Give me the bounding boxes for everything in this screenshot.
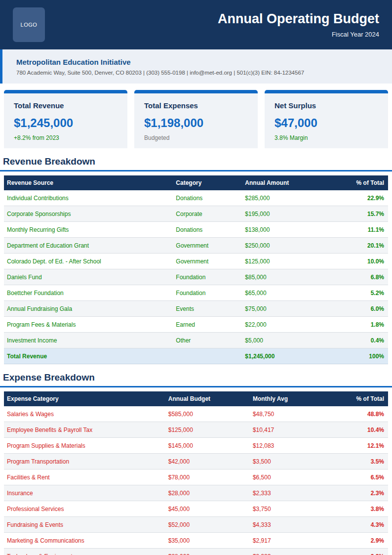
column-header: Expense Category: [4, 391, 165, 406]
table-cell: $28,000: [165, 549, 250, 555]
table-cell: $10,417: [250, 422, 334, 438]
table-cell: Program Fees & Materials: [4, 317, 173, 333]
table-cell: Salaries & Wages: [4, 406, 165, 422]
table-cell: Facilities & Rent: [4, 470, 165, 485]
logo-text: LOGO: [21, 22, 38, 28]
column-header: % of Total: [330, 175, 388, 190]
table-cell: Monthly Recurring Gifts: [4, 222, 173, 238]
table-cell: $195,000: [242, 206, 330, 222]
table-cell: $3,500: [250, 454, 334, 470]
table-cell: Colorado Dept. of Ed. - After School: [4, 254, 173, 269]
table-cell: 2.9%: [334, 533, 388, 549]
page-title: Annual Operating Budget: [218, 11, 379, 27]
table-cell: $12,083: [250, 438, 334, 454]
table-row: Program Supplies & Materials$145,000$12,…: [4, 438, 388, 454]
table-row: Department of Education GrantGovernment$…: [4, 238, 388, 254]
table-row: Insurance$28,000$2,3332.3%: [4, 485, 388, 501]
table-row: Program Fees & MaterialsEarned$22,0001.8…: [4, 317, 388, 333]
table-row: Facilities & Rent$78,000$6,5006.5%: [4, 470, 388, 485]
summary-cards: Total Revenue $1,245,000 +8.2% from 2023…: [0, 84, 392, 148]
table-cell: $3,750: [250, 501, 334, 517]
budget-document-page: LOGO Annual Operating Budget Fiscal Year…: [0, 0, 392, 555]
table-cell: 2.3%: [334, 549, 388, 555]
table-cell: Corporate: [173, 206, 242, 222]
table-cell: 100%: [330, 348, 388, 364]
table-cell: 6.0%: [330, 301, 388, 317]
table-cell: $138,000: [242, 222, 330, 238]
table-cell: 0.4%: [330, 333, 388, 348]
table-cell: 2.3%: [334, 485, 388, 501]
expense-table: Expense CategoryAnnual BudgetMonthly Avg…: [4, 391, 388, 555]
card-amount: $47,000: [274, 116, 378, 130]
column-header: Revenue Source: [4, 175, 173, 190]
table-cell: $145,000: [165, 438, 250, 454]
table-cell: Individual Contributions: [4, 190, 173, 206]
table-cell: Foundation: [173, 285, 242, 301]
table-cell: $35,000: [165, 533, 250, 549]
summary-card-total-expenses: Total Expenses $1,198,000 Budgeted: [134, 90, 258, 148]
table-cell: $5,000: [242, 333, 330, 348]
table-cell: Program Transportation: [4, 454, 165, 470]
card-label: Net Surplus: [274, 101, 378, 110]
table-cell: 20.1%: [330, 238, 388, 254]
table-cell: Insurance: [4, 485, 165, 501]
card-accent-bar: [134, 90, 258, 93]
card-accent-bar: [4, 90, 127, 93]
total-row: Total Revenue$1,245,000100%: [4, 348, 388, 364]
card-note: Budgeted: [144, 134, 248, 141]
table-row: Monthly Recurring GiftsDonations$138,000…: [4, 222, 388, 238]
table-cell: $28,000: [165, 485, 250, 501]
card-note: 3.8% Margin: [274, 134, 378, 141]
org-logo: LOGO: [13, 7, 45, 42]
table-cell: $52,000: [165, 517, 250, 533]
table-row: Daniels FundFoundation$85,0006.8%: [4, 269, 388, 285]
card-note: +8.2% from 2023: [14, 134, 118, 141]
card-accent-bar: [265, 90, 388, 93]
table-cell: 12.1%: [334, 438, 388, 454]
table-cell: Government: [173, 238, 242, 254]
table-row: Boettcher FoundationFoundation$65,0005.2…: [4, 285, 388, 301]
table-cell: Fundraising & Events: [4, 517, 165, 533]
table-cell: 6.8%: [330, 269, 388, 285]
table-cell: Daniels Fund: [4, 269, 173, 285]
table-cell: 3.5%: [334, 454, 388, 470]
table-cell: $1,245,000: [242, 348, 330, 364]
section-title-revenue: Revenue Breakdown: [0, 148, 392, 171]
table-cell: Donations: [173, 190, 242, 206]
card-amount: $1,198,000: [144, 116, 248, 130]
table-cell: $285,000: [242, 190, 330, 206]
column-header: Category: [173, 175, 242, 190]
table-cell: $22,000: [242, 317, 330, 333]
table-row: Investment IncomeOther$5,0000.4%: [4, 333, 388, 348]
table-cell: $75,000: [242, 301, 330, 317]
table-cell: Earned: [173, 317, 242, 333]
table-cell: $2,333: [250, 549, 334, 555]
card-label: Total Revenue: [14, 101, 118, 110]
table-cell: $48,750: [250, 406, 334, 422]
summary-card-total-revenue: Total Revenue $1,245,000 +8.2% from 2023: [4, 90, 127, 148]
table-cell: 15.7%: [330, 206, 388, 222]
table-cell: $250,000: [242, 238, 330, 254]
org-name: Metropolitan Education Initiative: [16, 58, 379, 66]
table-header-row: Expense CategoryAnnual BudgetMonthly Avg…: [4, 391, 388, 406]
table-cell: $2,333: [250, 485, 334, 501]
table-cell: 10.4%: [334, 422, 388, 438]
table-cell: Donations: [173, 222, 242, 238]
table-cell: Other: [173, 333, 242, 348]
revenue-table: Revenue SourceCategoryAnnual Amount% of …: [4, 175, 388, 364]
table-cell: $125,000: [242, 254, 330, 269]
table-cell: $125,000: [165, 422, 250, 438]
table-header-row: Revenue SourceCategoryAnnual Amount% of …: [4, 175, 388, 190]
table-row: Fundraising & Events$52,000$4,3334.3%: [4, 517, 388, 533]
table-cell: $42,000: [165, 454, 250, 470]
table-cell: 3.8%: [334, 501, 388, 517]
table-cell: Foundation: [173, 269, 242, 285]
table-cell: 4.3%: [334, 517, 388, 533]
table-row: Professional Services$45,000$3,7503.8%: [4, 501, 388, 517]
table-row: Individual ContributionsDonations$285,00…: [4, 190, 388, 206]
table-row: Employee Benefits & Payroll Tax$125,000$…: [4, 422, 388, 438]
table-cell: $45,000: [165, 501, 250, 517]
table-cell: Technology & Equipment: [4, 549, 165, 555]
table-row: Program Transportation$42,000$3,5003.5%: [4, 454, 388, 470]
table-cell: $85,000: [242, 269, 330, 285]
